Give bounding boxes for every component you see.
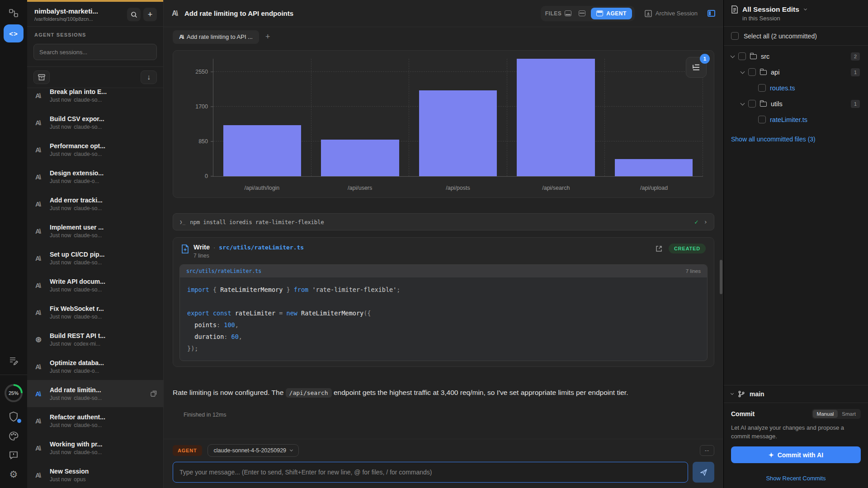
model-selector[interactable]: claude-sonnet-4-5-20250929 <box>208 444 299 457</box>
file-path-link[interactable]: src/utils/rateLimiter.ts <box>219 244 304 251</box>
session-model: claude-so... <box>74 422 102 428</box>
agent-view-button[interactable]: AGENT <box>591 8 632 19</box>
session-title: Add error tracki... <box>50 197 157 204</box>
collapse-composer-button[interactable]: -- <box>700 445 714 456</box>
session-list-item[interactable]: A\ Working with pr... Just nowclaude-so.… <box>27 434 163 461</box>
select-all-label: Select all (2 uncommitted) <box>744 33 817 40</box>
show-recent-commits-link[interactable]: Show Recent Commits <box>724 468 868 488</box>
session-list-item[interactable]: A\ New Session Just nowopus <box>27 461 163 488</box>
edits-panel-header[interactable]: All Session Edits in this Session <box>724 0 868 27</box>
session-list-item[interactable]: A\ Break plan into E... Just nowclaude-s… <box>27 88 163 109</box>
session-list-item[interactable]: A\ Write API docum... Just nowclaude-so.… <box>27 272 163 299</box>
terminal-command-row[interactable]: ❯_ npm install ioredis rate-limiter-flex… <box>173 213 714 230</box>
toggle-right-panel-icon[interactable] <box>708 10 715 17</box>
session-time: Just now <box>50 368 71 374</box>
usage-progress-ring[interactable]: 25% <box>5 384 23 402</box>
file-checkbox[interactable] <box>758 116 766 123</box>
session-tab[interactable]: A\ Add rate limiting to API ... <box>173 30 259 44</box>
expand-chevron-icon[interactable]: › <box>704 218 708 225</box>
provider-logo-icon: A\ <box>35 471 46 479</box>
bar-/api/auth/login <box>223 125 301 176</box>
tree-row[interactable]: rateLimiter.ts <box>724 112 863 127</box>
chevron-down-icon[interactable] <box>741 101 745 105</box>
provider-logo-icon: A\ <box>35 92 46 99</box>
message-input[interactable] <box>173 462 688 483</box>
session-list-item[interactable]: A\ Fix WebSocket r... Just nowclaude-so.… <box>27 299 163 326</box>
session-list-item[interactable]: A\ Refactor authent... Just nowclaude-so… <box>27 407 163 434</box>
bar-/api/upload <box>615 159 693 176</box>
provider-logo-icon: A\ <box>35 200 46 208</box>
send-button[interactable] <box>693 462 714 483</box>
session-title: Write API docum... <box>50 278 157 285</box>
tree-row[interactable]: api 1 <box>724 64 863 80</box>
tree-row[interactable]: src 2 <box>724 48 863 64</box>
code-line: points: 100, <box>187 319 700 331</box>
chevron-down-icon <box>290 448 293 451</box>
settings-gear-icon[interactable]: ⚙ <box>9 469 18 480</box>
shield-icon[interactable] <box>9 411 19 422</box>
session-time: Just now <box>50 232 71 239</box>
code-lines-count: 7 lines <box>686 268 701 274</box>
workspaces-icon[interactable] <box>9 8 19 18</box>
tree-row[interactable]: utils 1 <box>724 96 863 112</box>
notes-edit-icon[interactable] <box>9 356 19 366</box>
session-model: claude-so... <box>74 205 102 211</box>
commit-with-ai-button[interactable]: ✦ Commit with AI <box>731 446 861 463</box>
session-list-item[interactable]: A\ Set up CI/CD pip... Just nowclaude-so… <box>27 244 163 272</box>
agent-mode-badge[interactable]: AGENT <box>173 445 202 456</box>
session-list-item[interactable]: A\ Implement user ... Just nowclaude-so.… <box>27 217 163 244</box>
file-write-card: Write · src/utils/rateLimiter.ts 7 lines <box>173 237 714 367</box>
archive-session-button[interactable]: Archive Session <box>645 10 698 17</box>
search-button[interactable] <box>127 8 141 21</box>
commit-mode-smart[interactable]: Smart <box>838 410 860 418</box>
session-list-item[interactable]: A\ Design extensio... Just nowclaude-o..… <box>27 163 163 190</box>
conversation-scroll-area[interactable]: 0 850 1700 2550 /api/auth/login/api/user… <box>164 47 723 439</box>
code-content[interactable]: import { RateLimiterMemory } from 'rate-… <box>180 277 707 361</box>
session-time: Just now <box>50 124 71 130</box>
session-list-item[interactable]: A\ Performance opt... Just nowclaude-so.… <box>27 136 163 163</box>
select-all-checkbox[interactable] <box>731 32 739 40</box>
code-block-header: src/utils/rateLimiter.ts 7 lines <box>180 265 707 277</box>
commit-mode-manual[interactable]: Manual <box>813 410 838 418</box>
theme-palette-icon[interactable] <box>9 431 19 441</box>
new-session-button[interactable]: + <box>143 8 157 21</box>
external-link-icon[interactable] <box>656 245 662 252</box>
code-workspace-button[interactable]: <> <box>4 24 24 42</box>
session-list-item[interactable]: A\ Optimize databa... Just nowclaude-o..… <box>27 353 163 380</box>
select-all-row[interactable]: Select all (2 uncommitted) <box>724 27 868 46</box>
new-tab-button[interactable]: + <box>265 32 270 42</box>
session-title: Working with pr... <box>50 441 157 448</box>
files-view-button[interactable]: FILES <box>543 10 574 17</box>
session-list-item[interactable]: A\ Add rate limitin... Just nowclaude-so… <box>27 380 163 407</box>
sort-button[interactable]: ↓ <box>141 70 157 84</box>
search-sessions-input[interactable] <box>33 44 157 60</box>
session-list-item[interactable]: A\ Build CSV expor... Just nowclaude-so.… <box>27 109 163 136</box>
scrollbar-thumb[interactable] <box>720 260 722 294</box>
tree-label: src <box>761 53 769 60</box>
chart-badge-count: 1 <box>700 54 710 64</box>
session-model: claude-so... <box>74 395 102 401</box>
session-list-item[interactable]: A\ Add error tracki... Just nowclaude-so… <box>27 190 163 217</box>
provider-logo-icon: A\ <box>35 227 46 235</box>
split-view-button[interactable] <box>579 10 585 16</box>
feedback-icon[interactable] <box>9 450 19 460</box>
tree-row[interactable]: routes.ts <box>724 80 863 96</box>
file-checkbox[interactable] <box>758 84 766 92</box>
show-all-uncommitted-link[interactable]: Show all uncommitted files (3) <box>724 127 868 151</box>
open-in-split-icon[interactable] <box>151 390 157 397</box>
file-checkbox[interactable] <box>748 68 756 76</box>
y-axis-tick-label: 850 <box>198 138 208 145</box>
session-list-item[interactable]: ⊛ Build REST API t... Just nowcodex-mi..… <box>27 326 163 353</box>
session-title: Refactor authent... <box>50 413 157 421</box>
branch-row[interactable]: main <box>724 385 868 403</box>
chart-list-button[interactable]: 1 <box>686 57 707 78</box>
chevron-down-icon[interactable] <box>741 69 745 74</box>
chevron-down-icon[interactable] <box>731 53 735 58</box>
file-checkbox[interactable] <box>738 52 746 60</box>
provider-logo-icon: A\ <box>35 417 46 425</box>
dot-separator: · <box>213 244 215 251</box>
archive-filter-button[interactable] <box>33 70 50 84</box>
anthropic-logo-icon: A\ <box>172 9 177 18</box>
provider-logo-icon: A\ <box>35 282 46 289</box>
file-checkbox[interactable] <box>748 100 756 108</box>
